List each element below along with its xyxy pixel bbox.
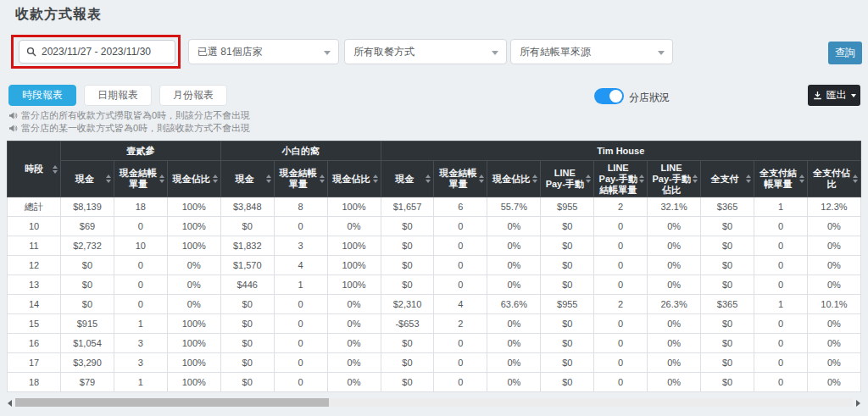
- sort-icon[interactable]: [693, 175, 698, 183]
- column-header[interactable]: 全支付佔比: [807, 161, 860, 197]
- column-header-label: LINE Pay-手動結帳單量: [599, 163, 637, 195]
- table-cell: $0: [701, 314, 754, 334]
- tab-timeslot-report[interactable]: 時段報表: [8, 85, 76, 106]
- column-header[interactable]: 現金結帳單量: [274, 161, 327, 197]
- scrollbar-thumb[interactable]: [15, 398, 329, 407]
- table-cell: 0%: [487, 314, 541, 334]
- sort-icon[interactable]: [746, 175, 751, 183]
- table-cell: 0%: [807, 314, 860, 334]
- table-cell: $365: [701, 295, 754, 314]
- table-cell: $955: [541, 295, 594, 314]
- table-cell: 0: [434, 353, 487, 373]
- table-cell: 0%: [807, 256, 860, 275]
- sort-icon[interactable]: [853, 175, 858, 183]
- column-header[interactable]: 現金: [220, 161, 274, 197]
- pickup-select-value: 所有取餐方式: [353, 45, 415, 59]
- sort-icon[interactable]: [586, 175, 591, 183]
- table-cell: 0%: [487, 236, 541, 256]
- date-range-value: 2023/11/27 - 2023/11/30: [42, 46, 151, 58]
- table-cell: 0: [434, 256, 487, 275]
- table-cell: 10.1%: [807, 295, 860, 314]
- sort-down-arrow: [106, 180, 111, 183]
- table-cell: 0: [754, 334, 807, 353]
- table-cell: 4: [434, 295, 487, 314]
- table-cell: $0: [381, 217, 434, 236]
- column-header[interactable]: 現金佔比: [167, 161, 220, 197]
- scroll-left-arrow[interactable]: [8, 400, 12, 407]
- table-cell: 0: [114, 256, 167, 275]
- sort-icon[interactable]: [426, 175, 431, 183]
- table-cell: 0: [594, 217, 648, 236]
- row-label: 16: [8, 334, 61, 353]
- column-header[interactable]: 全支付: [701, 161, 754, 197]
- receipt-source-select[interactable]: 所有結帳單來源: [510, 39, 673, 64]
- sort-icon[interactable]: [53, 165, 58, 174]
- sort-down-arrow: [532, 180, 537, 183]
- pickup-method-select[interactable]: 所有取餐方式: [344, 39, 507, 64]
- column-header[interactable]: LINE Pay-手動結帳單量: [594, 161, 648, 197]
- table-cell: $0: [61, 295, 114, 314]
- table-cell: 0%: [327, 217, 381, 236]
- table-cell: $915: [61, 314, 114, 334]
- column-header[interactable]: 現金佔比: [327, 161, 381, 197]
- store-select[interactable]: 已選 81個店家: [188, 39, 339, 64]
- table-cell: 6: [434, 197, 487, 217]
- table-cell: 0%: [648, 275, 701, 295]
- sort-up-arrow: [320, 175, 325, 178]
- table-cell: $0: [220, 217, 274, 236]
- table-cell: $0: [381, 275, 434, 295]
- export-button[interactable]: 匯出: [808, 85, 860, 106]
- column-header[interactable]: 現金結帳單量: [434, 161, 487, 197]
- sort-icon[interactable]: [266, 175, 271, 183]
- tab-date-report[interactable]: 日期報表: [84, 85, 152, 106]
- table-cell: 100%: [167, 373, 220, 392]
- horizontal-scrollbar[interactable]: [7, 397, 861, 408]
- table-cell: 3: [114, 334, 167, 353]
- column-header-timeslot[interactable]: 時段: [8, 141, 61, 197]
- tab-month-report[interactable]: 月份報表: [159, 85, 227, 106]
- table-cell: 0%: [648, 353, 701, 373]
- table-cell: 0%: [648, 373, 701, 392]
- sort-icon[interactable]: [639, 175, 644, 183]
- column-header[interactable]: 現金: [381, 161, 434, 197]
- sort-down-arrow: [159, 180, 164, 183]
- table-cell: 0: [754, 275, 807, 295]
- table-cell: 0: [594, 373, 648, 392]
- sort-icon[interactable]: [532, 175, 537, 183]
- column-header[interactable]: 全支付結帳單量: [754, 161, 807, 197]
- table-cell: 0: [754, 314, 807, 334]
- table-cell: 0%: [487, 353, 541, 373]
- branch-status-toggle[interactable]: [594, 88, 624, 104]
- column-header[interactable]: LINE Pay-手動佔比: [648, 161, 701, 197]
- date-range-input[interactable]: 2023/11/27 - 2023/11/30: [19, 40, 175, 64]
- download-icon: [813, 91, 822, 100]
- table-cell: 0%: [167, 256, 220, 275]
- column-header-label: 現金結帳單量: [439, 168, 476, 189]
- sort-icon[interactable]: [320, 175, 325, 183]
- table-cell: 100%: [327, 197, 381, 217]
- column-header[interactable]: 現金佔比: [487, 161, 541, 197]
- column-header[interactable]: 現金: [61, 161, 114, 197]
- sort-icon[interactable]: [213, 175, 218, 183]
- table-cell: $0: [541, 334, 594, 353]
- sort-icon[interactable]: [159, 175, 164, 183]
- scroll-right-arrow[interactable]: [856, 400, 860, 407]
- table-cell: $69: [61, 217, 114, 236]
- megaphone-icon: [8, 111, 18, 120]
- sort-icon[interactable]: [373, 175, 378, 183]
- sort-icon[interactable]: [479, 175, 484, 183]
- table-row: 14$000%$000%$2,310463.6%$955226.3%$36511…: [8, 295, 861, 314]
- query-button[interactable]: 查詢: [828, 42, 862, 64]
- table-cell: 1: [114, 373, 167, 392]
- column-header[interactable]: 現金結帳單量: [114, 161, 167, 197]
- sort-icon[interactable]: [106, 175, 111, 183]
- search-icon: [26, 47, 36, 57]
- table-cell: 0: [754, 256, 807, 275]
- scrollbar-track[interactable]: [15, 398, 853, 407]
- table-cell: 100%: [167, 334, 220, 353]
- table-cell: 0: [594, 353, 648, 373]
- table-cell: $365: [701, 197, 754, 217]
- column-header[interactable]: LINE Pay-手動: [541, 161, 594, 197]
- sort-icon[interactable]: [799, 175, 804, 183]
- page-title: 收款方式報表: [15, 6, 102, 24]
